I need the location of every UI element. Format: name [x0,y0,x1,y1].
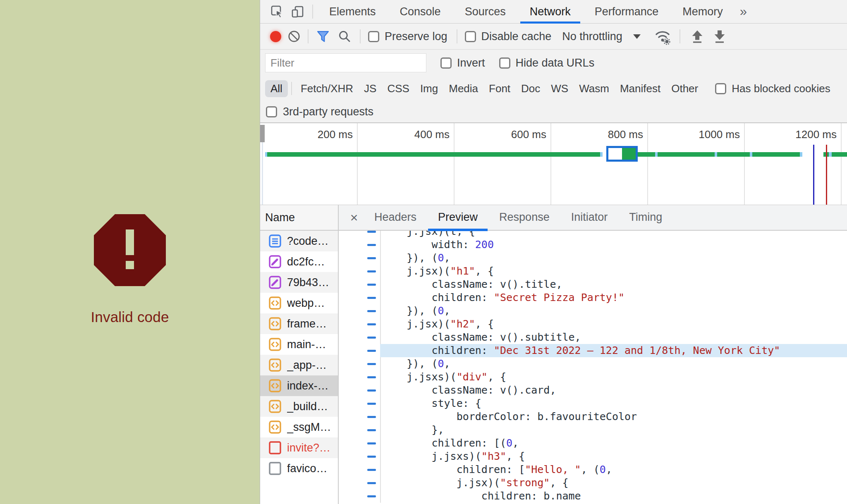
main-tab-elements[interactable]: Elements [317,0,388,24]
fold-marker-icon[interactable] [367,363,376,365]
code-gutter [339,397,380,410]
timeline-gridline [550,123,551,205]
fold-marker-icon[interactable] [367,350,376,352]
fold-marker-icon[interactable] [367,337,376,339]
main-tab-console[interactable]: Console [388,0,453,24]
type-chip-media[interactable]: Media [443,80,483,97]
third-party-requests-checkbox[interactable] [266,106,277,117]
main-tab-performance[interactable]: Performance [583,0,671,24]
request-row-build[interactable]: _build… [260,396,338,417]
fold-marker-icon[interactable] [367,456,376,458]
code-token: children: b.name [481,490,581,502]
record-network-log-button[interactable] [270,31,281,42]
waterfall-bar-segment [637,152,655,157]
fold-marker-icon[interactable] [367,403,376,405]
detail-tab-preview[interactable]: Preview [427,205,488,230]
chevron-down-icon [633,34,641,39]
main-tab-memory[interactable]: Memory [670,0,735,24]
overview-left-handle[interactable] [260,125,265,142]
fold-marker-icon[interactable] [367,495,376,497]
request-row-main[interactable]: main-… [260,334,338,355]
code-number: 0 [600,463,606,475]
code-text: j.jsx)("h1", { [380,265,847,278]
hide-data-urls-checkbox[interactable] [499,57,510,69]
request-row-code[interactable]: ?code… [260,231,338,251]
fold-marker-icon[interactable] [367,244,376,246]
js-file-icon [268,379,282,392]
device-toolbar-button[interactable] [287,0,308,24]
code-line: children: ["Hello, ", (0, [339,463,847,476]
type-chip-all[interactable]: All [265,80,288,97]
type-chip-css[interactable]: CSS [382,80,414,97]
code-line: children: "Dec 31st 2022 — 122 and 1/8th… [339,344,847,357]
filter-input[interactable] [265,53,426,72]
type-chip-doc[interactable]: Doc [516,80,546,97]
type-chip-js[interactable]: JS [359,80,382,97]
fold-marker-icon[interactable] [367,270,376,272]
fold-marker-icon[interactable] [367,257,376,259]
fold-marker-icon[interactable] [367,416,376,418]
invert-filter-checkbox[interactable] [440,57,452,69]
code-string: "Dec 31st 2022 — 122 and 1/8th, New York… [494,344,780,356]
main-tab-network[interactable]: Network [518,0,583,24]
type-chip-font[interactable]: Font [483,80,516,97]
request-row-webp[interactable]: webp… [260,293,338,313]
devtools-tab-bar: ElementsConsoleSourcesNetworkPerformance… [260,0,847,24]
type-chip-img[interactable]: Img [415,80,443,97]
request-row-invite[interactable]: invite?… [260,437,338,458]
request-name-label: main-… [287,338,326,351]
js-file-icon [268,420,282,434]
type-chip-other[interactable]: Other [666,80,703,97]
fold-marker-icon[interactable] [367,469,376,471]
selected-request-marker[interactable] [606,146,638,162]
network-overview-timeline[interactable]: 200 ms400 ms600 ms800 ms1000 ms1200 ms [260,123,847,205]
fold-marker-icon[interactable] [367,429,376,431]
network-conditions-button[interactable] [653,28,672,45]
fold-marker-icon[interactable] [367,323,376,325]
fold-marker-icon[interactable] [367,482,376,484]
disable-cache-checkbox[interactable] [465,31,476,42]
code-line: j.jsx)("strong", { [339,476,847,490]
import-har-button[interactable] [689,29,705,44]
type-chip-fetch-xhr[interactable]: Fetch/XHR [295,80,359,97]
inspect-element-button[interactable] [267,0,287,24]
request-row-ssgm[interactable]: _ssgM… [260,417,338,437]
fold-marker-icon[interactable] [367,310,376,312]
export-har-button[interactable] [712,29,727,44]
request-row-79b43[interactable]: 79b43… [260,272,338,293]
type-chip-ws[interactable]: WS [546,80,574,97]
detail-tab-response[interactable]: Response [488,205,560,230]
request-row-frame[interactable]: frame… [260,313,338,334]
clear-network-log-button[interactable] [287,29,301,43]
close-detail-button[interactable]: × [345,210,364,225]
type-chip-manifest[interactable]: Manifest [615,80,666,97]
detail-tab-timing[interactable]: Timing [618,205,673,230]
type-chip-wasm[interactable]: Wasm [574,80,615,97]
code-token: , [512,437,519,449]
detail-tab-initiator[interactable]: Initiator [560,205,619,230]
request-row-index[interactable]: index-… [260,375,338,396]
hide-data-urls-label: Hide data URLs [516,57,595,69]
filter-toggle-button[interactable] [316,29,330,43]
fold-marker-icon[interactable] [367,284,376,286]
name-column-header[interactable]: Name [260,205,338,231]
request-row-dc2fc[interactable]: dc2fc… [260,251,338,272]
has-blocked-cookies-checkbox[interactable] [715,83,726,94]
fold-marker-icon[interactable] [367,442,376,444]
code-gutter [339,490,380,503]
fold-marker-icon[interactable] [367,297,376,299]
main-tab-sources[interactable]: Sources [453,0,518,24]
detail-tab-bar: × HeadersPreviewResponseInitiatorTiming [339,205,847,231]
overview-left-handle-strip [262,142,263,205]
throttling-dropdown[interactable]: No throttling [562,30,641,43]
waterfall-bar-segment [752,152,800,157]
preserve-log-checkbox[interactable] [368,31,379,42]
detail-tab-headers[interactable]: Headers [364,205,427,230]
search-button[interactable] [337,29,352,43]
fold-marker-icon[interactable] [367,231,376,233]
fold-marker-icon[interactable] [367,376,376,378]
fold-marker-icon[interactable] [367,389,376,392]
more-tabs-button[interactable]: » [740,4,747,19]
request-row-favico[interactable]: favico… [260,458,338,479]
request-row-app[interactable]: _app-… [260,355,338,375]
